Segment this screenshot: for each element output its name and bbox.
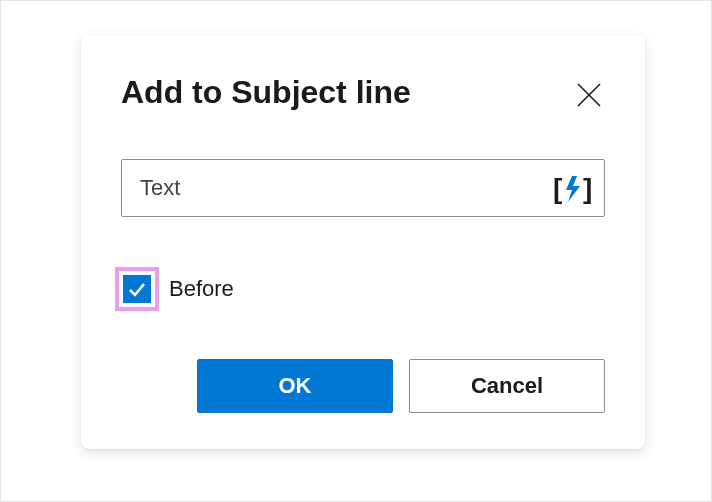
svg-marker-3 (566, 176, 580, 202)
dialog-header: Add to Subject line (121, 73, 605, 111)
svg-text:[: [ (553, 173, 562, 204)
add-to-subject-dialog: Add to Subject line [ ] (81, 35, 645, 449)
close-button[interactable] (573, 79, 605, 111)
dynamic-content-button[interactable]: [ ] (551, 168, 595, 208)
checkbox-highlight (115, 267, 159, 311)
dialog-title: Add to Subject line (121, 73, 411, 111)
before-checkbox-label: Before (169, 276, 234, 302)
before-checkbox-row: Before (115, 267, 605, 311)
ok-button[interactable]: OK (197, 359, 393, 413)
checkmark-icon (127, 279, 147, 299)
svg-text:]: ] (583, 173, 592, 204)
text-field-container: [ ] (121, 159, 605, 217)
app-canvas: Add to Subject line [ ] (0, 0, 712, 502)
cancel-button[interactable]: Cancel (409, 359, 605, 413)
lightning-icon: [ ] (553, 172, 593, 204)
dialog-button-row: OK Cancel (121, 359, 605, 413)
subject-text-input[interactable] (121, 159, 605, 217)
before-checkbox[interactable] (123, 275, 151, 303)
close-icon (576, 82, 602, 108)
